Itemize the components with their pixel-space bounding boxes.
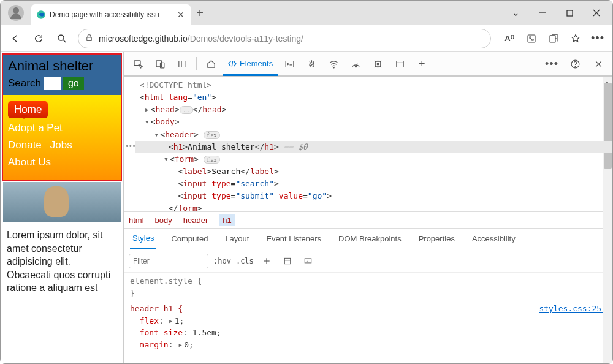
svg-rect-18 xyxy=(286,61,294,67)
dom-line[interactable]: <html lang="en"> xyxy=(135,91,612,104)
crumb-body[interactable]: body xyxy=(155,216,172,225)
new-tab-button[interactable]: + xyxy=(191,6,209,20)
maximize-button[interactable] xyxy=(556,4,583,22)
element-style-selector[interactable]: element.style { xyxy=(130,276,202,286)
tab-styles[interactable]: Styles xyxy=(130,229,156,249)
welcome-tab-icon[interactable] xyxy=(200,53,221,74)
svg-rect-2 xyxy=(567,10,573,16)
read-aloud-icon[interactable]: A⁾⁾ xyxy=(498,28,520,50)
sources-tab-icon[interactable] xyxy=(301,53,322,74)
tab-event-listeners[interactable]: Event Listeners xyxy=(264,229,324,249)
crumb-header[interactable]: header xyxy=(183,216,208,225)
nav-adopt[interactable]: Adopt a Pet xyxy=(8,119,63,137)
favorite-icon[interactable] xyxy=(565,28,587,50)
crumb-h1[interactable]: h1 xyxy=(219,214,235,226)
svg-rect-25 xyxy=(397,61,403,67)
tab-properties[interactable]: Properties xyxy=(416,229,457,249)
new-style-rule-icon[interactable] xyxy=(259,257,275,265)
inspect-highlight: Animal shelter Search go Home Adopt a Pe… xyxy=(2,53,122,181)
nav-home[interactable]: Home xyxy=(8,101,48,118)
go-button[interactable]: go xyxy=(63,77,84,90)
svg-rect-8 xyxy=(528,35,535,42)
tab-chevron-icon[interactable]: ⌄ xyxy=(502,4,529,22)
dom-line[interactable]: <!DOCTYPE html> xyxy=(135,79,612,91)
tab-layout[interactable]: Layout xyxy=(223,229,251,249)
dom-line[interactable]: <input type="search"> xyxy=(135,178,612,190)
search-input[interactable] xyxy=(44,77,61,90)
browser-tab[interactable]: Demo page with accessibility issu ✕ xyxy=(31,4,191,25)
rule-selector[interactable]: header h1 { xyxy=(130,304,183,313)
nav-about[interactable]: About Us xyxy=(8,154,51,171)
stylesheet-link[interactable]: styles.css:257 xyxy=(539,303,606,315)
device-emulation-icon[interactable] xyxy=(150,53,170,74)
dom-line[interactable]: ▾<header> flex xyxy=(135,129,612,141)
back-button[interactable] xyxy=(4,28,26,50)
elements-tab[interactable]: Elements xyxy=(223,53,278,76)
rendered-page: Animal shelter Search go Home Adopt a Pe… xyxy=(1,52,123,363)
address-bar: microsoftedge.github.io/Demos/devtools-a… xyxy=(1,25,612,52)
application-tab-icon[interactable] xyxy=(389,53,410,74)
performance-tab-icon[interactable] xyxy=(345,53,366,74)
tab-close-button[interactable]: ✕ xyxy=(176,10,186,20)
help-icon[interactable] xyxy=(565,53,585,74)
svg-rect-13 xyxy=(156,60,162,66)
svg-point-20 xyxy=(333,67,333,67)
selected-dom-line[interactable]: ••• <h1>Animal shelter</h1> == $0 xyxy=(135,141,612,153)
dom-line[interactable]: ▾<body> xyxy=(135,116,612,128)
panel-toggle-icon[interactable] xyxy=(172,53,192,74)
computed-sidebar-icon[interactable] xyxy=(280,257,295,265)
dom-line[interactable]: <label>Search</label> xyxy=(135,165,612,178)
inspect-element-icon[interactable] xyxy=(128,53,148,74)
dom-tree[interactable]: <!DOCTYPE html> <html lang="en"> ▸<head>… xyxy=(124,77,612,211)
network-tab-icon[interactable] xyxy=(323,53,344,74)
devtools-close-button[interactable] xyxy=(588,53,609,74)
dom-line[interactable]: </form> xyxy=(135,202,612,211)
tab-accessibility[interactable]: Accessibility xyxy=(470,229,518,249)
url-box[interactable]: microsoftedge.github.io/Demos/devtools-a… xyxy=(78,29,491,48)
styles-filter-input[interactable] xyxy=(129,254,208,268)
rendering-icon[interactable] xyxy=(300,257,316,265)
svg-rect-15 xyxy=(178,61,185,67)
search-icon[interactable] xyxy=(51,28,73,50)
qr-icon[interactable] xyxy=(520,28,543,50)
app-menu-button[interactable]: ••• xyxy=(587,28,609,50)
content-area: Animal shelter Search go Home Adopt a Pe… xyxy=(1,52,612,363)
crumb-html[interactable]: html xyxy=(129,216,144,225)
svg-rect-9 xyxy=(530,37,531,38)
refresh-button[interactable] xyxy=(28,28,50,50)
page-title: Animal shelter xyxy=(8,58,116,74)
cls-toggle[interactable]: .cls xyxy=(236,257,254,265)
svg-rect-11 xyxy=(550,35,555,42)
memory-tab-icon[interactable] xyxy=(367,53,388,74)
dom-line[interactable]: <input type="submit" value="go"> xyxy=(135,190,612,202)
svg-rect-10 xyxy=(532,39,533,40)
svg-rect-14 xyxy=(160,63,164,68)
svg-rect-7 xyxy=(87,37,92,40)
svg-point-5 xyxy=(58,35,64,40)
dom-line[interactable]: ▾<form> flex xyxy=(135,153,612,165)
tab-dom-breakpoints[interactable]: DOM Breakpoints xyxy=(336,229,404,249)
tab-title: Demo page with accessibility issu xyxy=(50,10,172,19)
styles-body[interactable]: element.style { } header h1 { styles.css… xyxy=(124,273,612,363)
collections-icon[interactable] xyxy=(543,28,565,50)
minimize-button[interactable] xyxy=(529,4,556,22)
dom-line[interactable]: ▸<head>…</head> xyxy=(135,104,612,116)
nav-jobs[interactable]: Jobs xyxy=(50,137,72,154)
profile-avatar[interactable] xyxy=(8,5,24,21)
hov-toggle[interactable]: :hov xyxy=(213,257,231,265)
elements-tab-label: Elements xyxy=(240,59,273,68)
dom-breadcrumbs: html body header h1 xyxy=(124,211,612,229)
tab-computed[interactable]: Computed xyxy=(169,229,210,249)
url-text: microsoftedge.github.io/Demos/devtools-a… xyxy=(99,34,303,44)
console-tab-icon[interactable] xyxy=(279,53,300,74)
close-window-button[interactable] xyxy=(583,4,610,22)
nav-donate[interactable]: Donate xyxy=(8,137,42,154)
svg-rect-33 xyxy=(284,258,290,264)
page-header: Animal shelter Search go xyxy=(3,55,121,95)
styles-filter-row: :hov .cls xyxy=(124,249,612,273)
devtools-menu-button[interactable]: ••• xyxy=(541,53,562,74)
devtools-panel: ▲ Elements + xyxy=(123,52,612,363)
svg-point-22 xyxy=(355,66,356,67)
lorem-text: Lorem ipsum dolor, sit amet consectetur … xyxy=(1,222,123,295)
more-tabs-button[interactable]: + xyxy=(411,53,432,74)
